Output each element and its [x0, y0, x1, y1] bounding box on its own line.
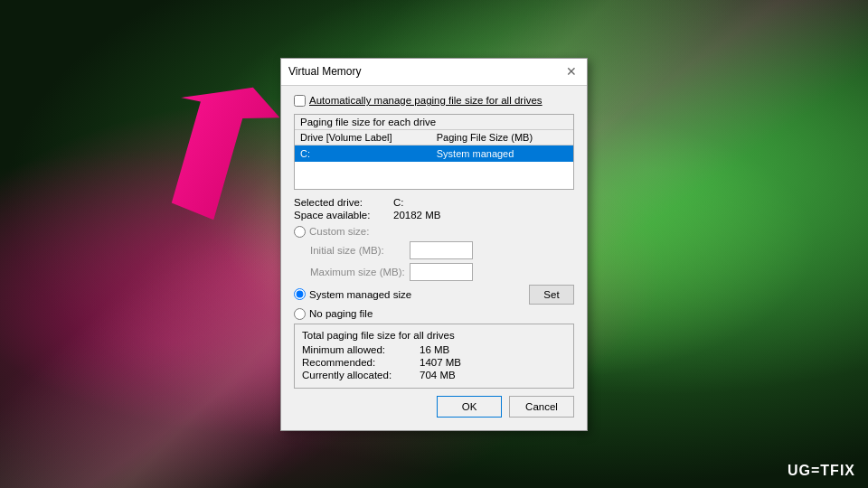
auto-manage-row: Automatically manage paging file size fo… — [294, 95, 574, 107]
custom-size-row: Custom size: — [294, 226, 574, 238]
maximum-size-label: Maximum size (MB): — [310, 267, 410, 277]
radio-section: Custom size: Initial size (MB): Maximum … — [294, 226, 574, 320]
initial-size-row: Initial size (MB): — [310, 241, 574, 259]
currently-allocated-row: Currently allocated: 704 MB — [302, 370, 566, 380]
no-paging-row: No paging file — [294, 308, 574, 320]
title-bar: Virtual Memory ✕ — [281, 59, 587, 86]
recommended-label: Recommended: — [302, 357, 420, 368]
space-available-label: Space available: — [294, 210, 393, 221]
no-paging-radio[interactable] — [294, 308, 306, 320]
selected-drive-row: Selected drive: C: — [294, 197, 574, 208]
total-section: Total paging file size for all drives Mi… — [294, 324, 574, 389]
no-paging-label[interactable]: No paging file — [309, 308, 373, 319]
group-header: Paging file size for each drive — [295, 115, 573, 130]
currently-allocated-value: 704 MB — [420, 370, 456, 380]
set-button[interactable]: Set — [529, 285, 574, 305]
recommended-row: Recommended: 1407 MB — [302, 357, 566, 368]
dialog-overlay: Virtual Memory ✕ Automatically manage pa… — [0, 0, 868, 488]
table-header-row: Drive [Volume Label] Paging File Size (M… — [295, 130, 573, 145]
minimum-allowed-value: 16 MB — [420, 344, 449, 355]
auto-manage-label[interactable]: Automatically manage paging file size fo… — [309, 95, 542, 106]
currently-allocated-label: Currently allocated: — [302, 370, 420, 380]
maximum-size-row: Maximum size (MB): — [310, 263, 574, 281]
dialog-body: Automatically manage paging file size fo… — [281, 86, 587, 430]
selected-drive-value: C: — [393, 197, 404, 208]
table-row-empty — [295, 162, 573, 189]
space-available-value: 20182 MB — [393, 210, 440, 221]
logo-text: UG=TFIX — [788, 463, 855, 478]
close-button[interactable]: ✕ — [563, 63, 580, 80]
minimum-allowed-row: Minimum allowed: 16 MB — [302, 344, 566, 355]
custom-size-label[interactable]: Custom size: — [309, 226, 369, 237]
initial-size-label: Initial size (MB): — [310, 245, 410, 256]
recommended-value: 1407 MB — [420, 357, 461, 368]
ok-button[interactable]: OK — [437, 396, 502, 418]
button-row: OK Cancel — [294, 396, 574, 418]
minimum-allowed-label: Minimum allowed: — [302, 344, 420, 355]
system-managed-radio[interactable] — [294, 288, 306, 300]
paging-group-box: Paging file size for each drive Drive [V… — [294, 114, 574, 190]
total-section-title: Total paging file size for all drives — [302, 330, 566, 341]
system-managed-row: System managed size Set — [294, 285, 574, 305]
auto-manage-checkbox[interactable] — [294, 95, 306, 107]
ugetfix-logo: UG=TFIX — [788, 463, 855, 479]
virtual-memory-dialog: Virtual Memory ✕ Automatically manage pa… — [280, 58, 588, 431]
selected-drive-label: Selected drive: — [294, 197, 393, 208]
space-available-row: Space available: 20182 MB — [294, 210, 574, 221]
col-drive: Drive [Volume Label] — [295, 130, 431, 145]
initial-size-input[interactable] — [410, 241, 473, 259]
maximum-size-input[interactable] — [410, 263, 473, 281]
col-size: Paging File Size (MB) — [431, 130, 573, 145]
custom-size-radio[interactable] — [294, 226, 306, 238]
size-cell: System managed — [431, 145, 573, 162]
drive-info-section: Selected drive: C: Space available: 2018… — [294, 197, 574, 221]
system-managed-label[interactable]: System managed size — [309, 289, 411, 300]
drive-table: Drive [Volume Label] Paging File Size (M… — [295, 130, 573, 189]
table-row[interactable]: C: System managed — [295, 145, 573, 162]
dialog-title: Virtual Memory — [288, 65, 361, 78]
drive-cell: C: — [295, 145, 431, 162]
cancel-button[interactable]: Cancel — [509, 396, 574, 418]
system-managed-radio-row: System managed size — [294, 288, 411, 300]
